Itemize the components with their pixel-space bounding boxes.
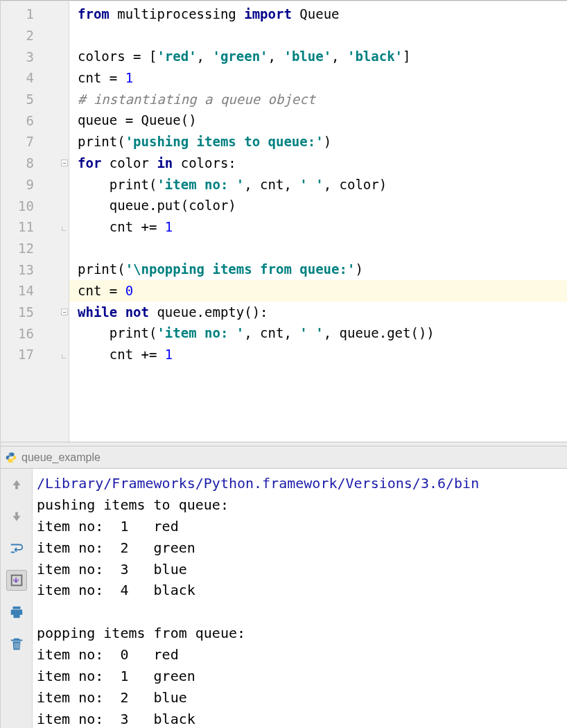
code-line[interactable]: colors = ['red', 'green', 'blue', 'black… (78, 46, 567, 67)
gutter-line: 6 (1, 110, 69, 131)
gutter-line: 5 (1, 89, 69, 110)
line-number: 3 (1, 49, 35, 64)
code-line[interactable]: # instantiating a queue object (78, 89, 567, 110)
code-line[interactable]: for color in colors: (78, 153, 567, 174)
gutter-line: 12 (1, 238, 69, 259)
gutter-line: 10 (1, 195, 69, 216)
python-file-icon (5, 451, 17, 464)
arrow-down-icon[interactable] (6, 506, 27, 527)
line-number: 1 (1, 6, 35, 21)
arrow-up-icon[interactable] (6, 474, 27, 495)
svg-point-1 (12, 460, 13, 461)
code-line[interactable]: cnt = 0 (69, 280, 567, 302)
console-line: item no: 2 green (37, 537, 567, 559)
console-line: pushing items to queue: (37, 494, 567, 516)
code-text-area[interactable]: from multiprocessing import Queuecolors … (69, 1, 567, 442)
line-number: 13 (1, 262, 35, 277)
code-line[interactable] (78, 238, 567, 259)
gutter-line: 7 (1, 131, 69, 153)
console-panel: /Library/Frameworks/Python.framework/Ver… (1, 469, 567, 728)
console-line: item no: 3 blue (37, 559, 567, 580)
fold-end-icon (62, 354, 66, 358)
code-line[interactable]: print('item no: ', cnt, ' ', queue.get()… (78, 322, 567, 344)
console-line: item no: 3 black (37, 709, 567, 728)
code-line[interactable]: print('pushing items to queue:') (78, 131, 567, 153)
console-line: popping items from queue: (37, 623, 567, 644)
trash-icon[interactable] (6, 634, 27, 655)
console-line: item no: 1 red (37, 516, 567, 537)
gutter-line: 4 (1, 67, 69, 89)
line-number: 17 (1, 347, 35, 362)
fold-toggle-icon[interactable] (61, 309, 68, 315)
run-tab-bar: queue_example (1, 447, 567, 469)
code-line[interactable]: print('\npopping items from queue:') (78, 259, 567, 280)
gutter-line: 1 (1, 3, 69, 25)
console-line: item no: 2 blue (37, 687, 567, 709)
line-number-gutter: 1234567891011121314151617 (1, 1, 69, 442)
code-line[interactable] (78, 25, 567, 46)
gutter-line: 17 (1, 344, 69, 365)
line-number: 9 (1, 177, 35, 192)
code-line[interactable]: print('item no: ', cnt, ' ', color) (78, 174, 567, 196)
code-line[interactable]: cnt += 1 (78, 216, 567, 238)
gutter-line: 9 (1, 174, 69, 196)
console-toolbar (1, 469, 33, 728)
gutter-line: 13 (1, 259, 69, 280)
line-number: 4 (1, 70, 35, 85)
console-line: /Library/Frameworks/Python.framework/Ver… (37, 473, 567, 494)
fold-end-icon (62, 227, 66, 231)
console-line: item no: 1 green (37, 666, 567, 687)
line-number: 16 (1, 326, 35, 341)
gutter-line: 14 (1, 280, 69, 302)
line-number: 8 (1, 155, 35, 171)
code-line[interactable]: queue = Queue() (78, 110, 567, 131)
console-line (37, 601, 567, 623)
line-number: 11 (1, 219, 35, 234)
line-number: 5 (1, 92, 35, 107)
line-number: 15 (1, 304, 35, 320)
fold-toggle-icon[interactable] (61, 159, 68, 166)
gutter-line: 8 (1, 153, 69, 174)
line-number: 10 (1, 198, 35, 214)
code-line[interactable]: queue.put(color) (78, 195, 567, 216)
line-number: 6 (1, 113, 35, 128)
line-number: 2 (1, 28, 35, 43)
scroll-to-end-icon[interactable] (6, 570, 27, 591)
code-line[interactable]: from multiprocessing import Queue (78, 3, 567, 25)
line-number: 7 (1, 134, 35, 149)
gutter-line: 15 (1, 302, 69, 323)
code-line[interactable]: cnt = 1 (78, 67, 567, 89)
line-number: 14 (1, 283, 35, 298)
gutter-line: 11 (1, 216, 69, 238)
console-output[interactable]: /Library/Frameworks/Python.framework/Ver… (33, 469, 567, 728)
svg-point-0 (9, 453, 10, 453)
console-line: item no: 0 red (37, 644, 567, 666)
line-number: 12 (1, 241, 35, 256)
gutter-line: 3 (1, 46, 69, 67)
gutter-line: 2 (1, 25, 69, 46)
pane-splitter[interactable] (1, 442, 567, 447)
code-line[interactable]: while not queue.empty(): (78, 302, 567, 323)
gutter-line: 16 (1, 322, 69, 344)
code-editor-pane[interactable]: 1234567891011121314151617 from multiproc… (1, 1, 567, 442)
console-line: item no: 4 black (37, 580, 567, 601)
run-config-name[interactable]: queue_example (21, 451, 101, 464)
soft-wrap-icon[interactable] (6, 538, 27, 559)
code-line[interactable]: cnt += 1 (78, 344, 567, 365)
print-icon[interactable] (6, 602, 27, 623)
